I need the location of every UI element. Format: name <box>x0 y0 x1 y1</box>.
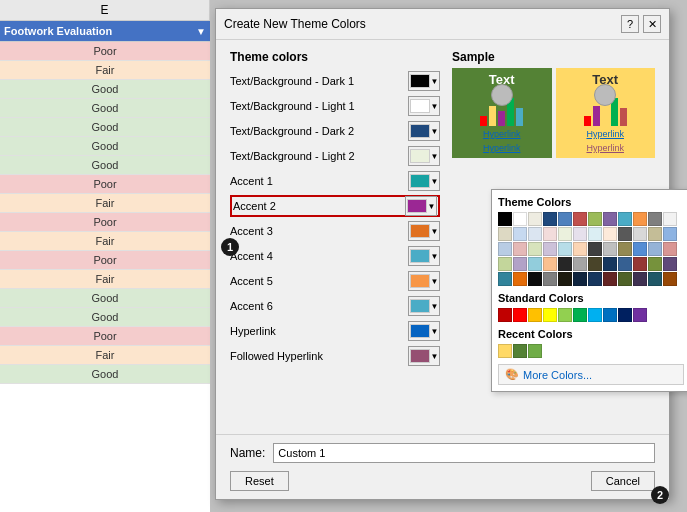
theme-color-cell[interactable] <box>663 257 677 271</box>
theme-color-cell[interactable] <box>528 272 542 286</box>
theme-color-cell[interactable] <box>588 242 602 256</box>
dropdown-icon[interactable]: ▼ <box>196 26 206 37</box>
theme-color-cell[interactable] <box>498 227 512 241</box>
standard-color-cell[interactable] <box>498 308 512 322</box>
theme-color-cell[interactable] <box>603 242 617 256</box>
recent-color-cell[interactable] <box>513 344 527 358</box>
theme-color-cell[interactable] <box>618 257 632 271</box>
theme-color-cell[interactable] <box>558 242 572 256</box>
theme-color-cell[interactable] <box>543 242 557 256</box>
theme-color-cell[interactable] <box>618 227 632 241</box>
theme-color-cell[interactable] <box>663 227 677 241</box>
theme-color-grid[interactable] <box>498 212 684 286</box>
theme-color-cell[interactable] <box>558 212 572 226</box>
color-btn-10[interactable]: ▼ <box>408 321 440 341</box>
theme-color-cell[interactable] <box>558 272 572 286</box>
theme-color-cell[interactable] <box>513 272 527 286</box>
theme-color-cell[interactable] <box>648 242 662 256</box>
color-btn-4[interactable]: ▼ <box>408 171 440 191</box>
color-btn-11[interactable]: ▼ <box>408 346 440 366</box>
theme-color-cell[interactable] <box>498 212 512 226</box>
theme-colors-label: Theme colors <box>230 50 440 64</box>
theme-color-cell[interactable] <box>663 242 677 256</box>
theme-color-cell[interactable] <box>588 212 602 226</box>
cancel-button[interactable]: Cancel <box>591 471 655 491</box>
theme-color-cell[interactable] <box>663 272 677 286</box>
theme-color-cell[interactable] <box>603 227 617 241</box>
standard-color-cell[interactable] <box>573 308 587 322</box>
recent-color-cell[interactable] <box>498 344 512 358</box>
theme-color-cell[interactable] <box>633 212 647 226</box>
close-button[interactable]: ✕ <box>643 15 661 33</box>
theme-color-cell[interactable] <box>618 272 632 286</box>
theme-color-cell[interactable] <box>513 257 527 271</box>
theme-color-cell[interactable] <box>573 257 587 271</box>
theme-color-cell[interactable] <box>588 272 602 286</box>
standard-color-cell[interactable] <box>603 308 617 322</box>
standard-color-cell[interactable] <box>618 308 632 322</box>
color-btn-8[interactable]: ▼ <box>408 271 440 291</box>
color-btn-9[interactable]: ▼ <box>408 296 440 316</box>
name-input[interactable] <box>273 443 655 463</box>
standard-color-cell[interactable] <box>513 308 527 322</box>
standard-color-cell[interactable] <box>633 308 647 322</box>
standard-color-cell[interactable] <box>558 308 572 322</box>
color-btn-6[interactable]: ▼ <box>408 221 440 241</box>
theme-color-cell[interactable] <box>543 227 557 241</box>
color-btn-3[interactable]: ▼ <box>408 146 440 166</box>
theme-color-cell[interactable] <box>573 272 587 286</box>
theme-color-cell[interactable] <box>573 212 587 226</box>
theme-color-row-7: Accent 4▼ <box>230 245 440 267</box>
color-btn-0[interactable]: ▼ <box>408 71 440 91</box>
theme-color-cell[interactable] <box>498 257 512 271</box>
standard-colors-row[interactable] <box>498 308 684 322</box>
theme-color-cell[interactable] <box>618 212 632 226</box>
theme-color-cell[interactable] <box>558 227 572 241</box>
color-btn-5[interactable]: ▼ <box>405 196 437 216</box>
theme-color-cell[interactable] <box>543 272 557 286</box>
reset-button[interactable]: Reset <box>230 471 289 491</box>
theme-color-cell[interactable] <box>543 257 557 271</box>
theme-color-cell[interactable] <box>648 257 662 271</box>
theme-color-cell[interactable] <box>648 212 662 226</box>
standard-color-cell[interactable] <box>588 308 602 322</box>
theme-color-cell[interactable] <box>498 242 512 256</box>
theme-color-cell[interactable] <box>603 272 617 286</box>
theme-color-cell[interactable] <box>558 257 572 271</box>
theme-color-cell[interactable] <box>618 242 632 256</box>
sample-box-yellow: Text Hyperlink Hyperlink <box>556 68 656 158</box>
theme-color-cell[interactable] <box>633 227 647 241</box>
color-btn-7[interactable]: ▼ <box>408 246 440 266</box>
theme-color-cell[interactable] <box>528 227 542 241</box>
theme-color-cell[interactable] <box>588 227 602 241</box>
color-btn-1[interactable]: ▼ <box>408 96 440 116</box>
recent-color-cell[interactable] <box>528 344 542 358</box>
more-colors-button[interactable]: 🎨 More Colors... <box>498 364 684 385</box>
theme-color-cell[interactable] <box>528 242 542 256</box>
theme-color-cell[interactable] <box>498 272 512 286</box>
theme-color-cell[interactable] <box>513 227 527 241</box>
theme-color-cell[interactable] <box>648 227 662 241</box>
help-button[interactable]: ? <box>621 15 639 33</box>
theme-color-cell[interactable] <box>648 272 662 286</box>
theme-color-cell[interactable] <box>543 212 557 226</box>
standard-color-cell[interactable] <box>528 308 542 322</box>
theme-color-cell[interactable] <box>633 242 647 256</box>
color-btn-2[interactable]: ▼ <box>408 121 440 141</box>
theme-color-cell[interactable] <box>603 257 617 271</box>
theme-color-cell[interactable] <box>663 212 677 226</box>
standard-color-cell[interactable] <box>543 308 557 322</box>
theme-color-cell[interactable] <box>633 272 647 286</box>
theme-color-cell[interactable] <box>573 227 587 241</box>
theme-color-cell[interactable] <box>513 212 527 226</box>
theme-color-cell[interactable] <box>603 212 617 226</box>
theme-color-cell[interactable] <box>528 212 542 226</box>
recent-colors-row[interactable] <box>498 344 684 358</box>
title-row[interactable]: Footwork Evaluation ▼ <box>0 21 210 42</box>
color-swatch-10 <box>410 324 430 338</box>
theme-color-cell[interactable] <box>588 257 602 271</box>
theme-color-cell[interactable] <box>633 257 647 271</box>
theme-color-cell[interactable] <box>573 242 587 256</box>
theme-color-cell[interactable] <box>513 242 527 256</box>
theme-color-cell[interactable] <box>528 257 542 271</box>
